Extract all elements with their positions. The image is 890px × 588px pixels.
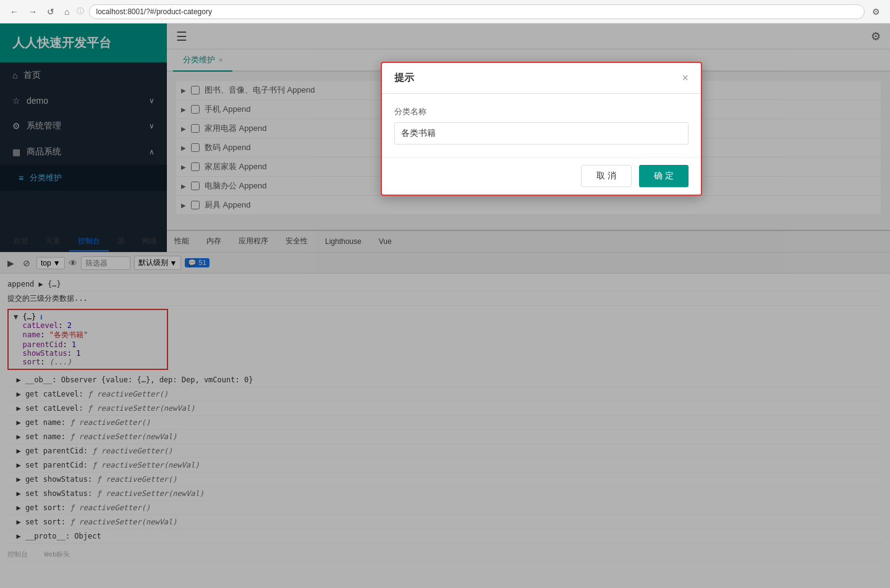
browser-chrome: ← → ↺ ⌂ ⓘ ⚙ xyxy=(0,0,890,23)
dialog-title: 提示 xyxy=(394,72,414,85)
browser-settings-button[interactable]: ⚙ xyxy=(870,6,883,18)
confirm-button[interactable]: 确 定 xyxy=(639,165,689,187)
dialog-footer: 取 消 确 定 xyxy=(382,157,701,195)
home-button[interactable]: ⌂ xyxy=(62,6,72,18)
category-name-input[interactable] xyxy=(394,122,689,145)
dialog: 提示 × 分类名称 取 消 确 定 xyxy=(381,62,702,196)
back-button[interactable]: ← xyxy=(7,6,21,18)
forward-button[interactable]: → xyxy=(26,6,40,18)
info-icon: ⓘ xyxy=(77,6,84,17)
cancel-button[interactable]: 取 消 xyxy=(581,165,632,187)
field-label: 分类名称 xyxy=(394,106,689,117)
dialog-close-button[interactable]: × xyxy=(682,72,689,85)
refresh-button[interactable]: ↺ xyxy=(44,6,57,18)
dialog-header: 提示 × xyxy=(382,63,701,94)
url-bar[interactable] xyxy=(89,4,865,19)
dialog-body: 分类名称 xyxy=(382,94,701,157)
